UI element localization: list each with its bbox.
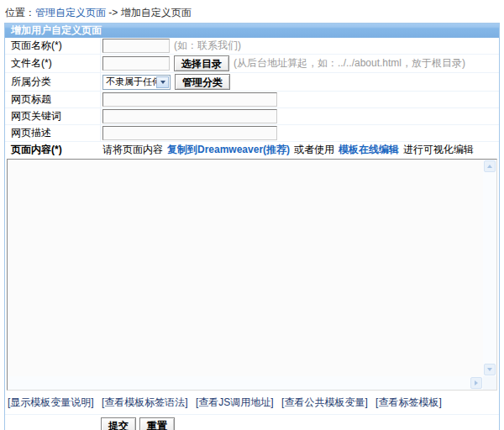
helper-links-row: [显示模板变量说明] [查看模板标签语法] [查看JS调用地址] [查看公共模板… xyxy=(5,392,499,415)
copy-to-dreamweaver-link[interactable]: 复制到Dreamweaver(推荐) xyxy=(167,143,290,157)
template-online-edit-link[interactable]: 模板在线编辑 xyxy=(339,143,399,157)
scrollbar-corner xyxy=(483,376,496,390)
row-category: 所属分类 不隶属于任何类别 管理分类 xyxy=(5,73,499,92)
vertical-scrollbar[interactable] xyxy=(483,160,496,376)
page-title-label: 网页标题 xyxy=(5,92,101,108)
row-keywords: 网页关键词 xyxy=(5,108,499,125)
content-hint-text-3: 进行可视化编辑 xyxy=(403,143,474,157)
content-hint-text-1: 请将页面内容 xyxy=(102,143,163,157)
row-file-name: 文件名(*) 选择目录 (从后台地址算起，如：../../about.html，… xyxy=(5,55,499,73)
page-content-textarea[interactable] xyxy=(8,160,483,376)
page-content-area xyxy=(5,158,499,392)
horizontal-scrollbar[interactable] xyxy=(8,376,483,390)
category-label: 所属分类 xyxy=(5,73,101,91)
content-hint-text-2: 或者使用 xyxy=(294,143,334,157)
choose-directory-button[interactable]: 选择目录 xyxy=(174,55,229,71)
breadcrumb-prefix: 位置： xyxy=(5,7,35,18)
file-name-hint: (从后台地址算起，如：../../about.html，放于根目录) xyxy=(234,56,465,71)
category-selected-value: 不隶属于任何类别 xyxy=(106,76,156,88)
add-custom-page-panel: 增加用户自定义页面 页面名称(*) (如：联系我们) 文件名(*) 选择目录 (… xyxy=(4,23,500,430)
file-name-input[interactable] xyxy=(102,56,170,71)
view-tag-templates-link[interactable]: [查看标签模板] xyxy=(375,396,442,408)
row-page-title: 网页标题 xyxy=(5,92,499,108)
scroll-up-icon[interactable] xyxy=(484,160,496,172)
scroll-down-icon[interactable] xyxy=(484,364,496,375)
breadcrumb: 位置：管理自定义页面 -> 增加自定义页面 xyxy=(0,0,504,23)
breadcrumb-link-manage-custom-pages[interactable]: 管理自定义页面 xyxy=(35,7,106,18)
scroll-right-icon[interactable] xyxy=(470,377,482,389)
row-page-content-hint: 页面内容(*) 请将页面内容复制到Dreamweaver(推荐)或者使用模板在线… xyxy=(5,142,499,158)
breadcrumb-current: 增加自定义页面 xyxy=(121,7,192,18)
description-label: 网页描述 xyxy=(5,125,101,141)
chevron-down-icon[interactable] xyxy=(156,76,169,88)
page-content-label: 页面内容(*) xyxy=(5,142,101,158)
row-description: 网页描述 xyxy=(5,125,499,142)
page-name-hint: (如：联系我们) xyxy=(174,39,241,53)
breadcrumb-arrow: -> xyxy=(108,7,118,18)
view-js-call-url-link[interactable]: [查看JS调用地址] xyxy=(196,396,274,408)
keywords-label: 网页关键词 xyxy=(5,108,101,124)
view-public-template-vars-link[interactable]: [查看公共模板变量] xyxy=(281,396,368,408)
manage-category-button[interactable]: 管理分类 xyxy=(175,74,230,90)
actions-row: 提交 重置 xyxy=(5,415,499,430)
submit-button[interactable]: 提交 xyxy=(101,417,136,430)
page-name-label: 页面名称(*) xyxy=(5,38,101,54)
panel-title: 增加用户自定义页面 xyxy=(5,24,499,38)
row-page-name: 页面名称(*) (如：联系我们) xyxy=(5,38,499,55)
page-name-input[interactable] xyxy=(102,39,170,53)
page-title-input[interactable] xyxy=(102,92,277,107)
keywords-input[interactable] xyxy=(102,109,277,123)
description-input[interactable] xyxy=(102,126,277,140)
file-name-label: 文件名(*) xyxy=(5,55,101,72)
view-template-tag-syntax-link[interactable]: [查看模板标签语法] xyxy=(102,396,188,408)
reset-button[interactable]: 重置 xyxy=(139,417,175,430)
show-template-vars-link[interactable]: [显示模板变量说明] xyxy=(8,396,94,408)
category-select[interactable]: 不隶属于任何类别 xyxy=(102,75,171,90)
